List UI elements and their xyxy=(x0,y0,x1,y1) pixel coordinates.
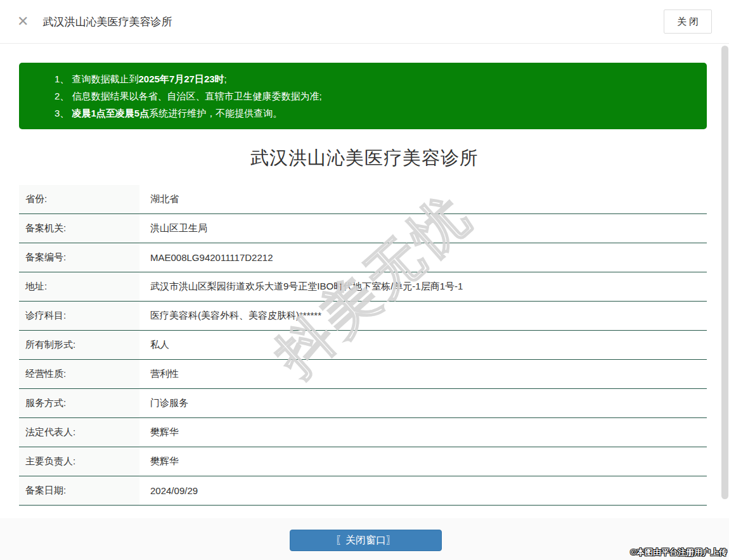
table-row: 省份:湖北省 xyxy=(19,185,707,214)
record-table: 省份:湖北省备案机关:洪山区卫生局备案编号:MAE008LG942011117D… xyxy=(19,185,707,506)
row-value: 樊辉华 xyxy=(139,418,179,447)
table-row: 诊疗科目:医疗美容科(美容外科、美容皮肤科)****** xyxy=(19,302,707,331)
table-row: 备案日期:2024/09/29 xyxy=(19,476,707,506)
notice-line-2: 2、 信息数据结果以各省、自治区、直辖市卫生健康委数据为准; xyxy=(55,87,694,105)
notice-line-3: 3、 凌晨1点至凌晨5点系统进行维护，不能提供查询。 xyxy=(55,105,694,122)
table-row: 地址:武汉市洪山区梨园街道欢乐大道9号正堂IBO时代地下室栋/单元-1层商1号-… xyxy=(19,272,707,302)
table-row: 备案机关:洪山区卫生局 xyxy=(19,214,707,243)
window-header: ✕ 武汉洪山沁美医疗美容诊所 关 闭 xyxy=(0,0,729,44)
notice-box: 1、 查询数据截止到2025年7月27日23时; 2、 信息数据结果以各省、自治… xyxy=(19,63,707,129)
row-value: 营利性 xyxy=(139,360,179,388)
close-window-button[interactable]: 〖关闭窗口〗 xyxy=(290,530,442,551)
row-label: 地址: xyxy=(19,272,139,301)
notice-line-3-bold: 凌晨1点至凌晨5点 xyxy=(72,108,150,118)
table-row: 法定代表人:樊辉华 xyxy=(19,418,707,447)
window-title: 武汉洪山沁美医疗美容诊所 xyxy=(42,15,172,29)
row-label: 法定代表人: xyxy=(19,418,139,447)
row-value: 医疗美容科(美容外科、美容皮肤科)****** xyxy=(139,302,321,330)
row-value: 私人 xyxy=(139,331,169,359)
row-value: 樊辉华 xyxy=(139,447,179,476)
row-label: 省份: xyxy=(19,185,139,213)
row-value: MAE008LG942011117D2212 xyxy=(139,243,273,272)
row-label: 服务方式: xyxy=(19,389,139,417)
table-row: 服务方式:门诊服务 xyxy=(19,389,707,418)
row-value: 湖北省 xyxy=(139,185,179,213)
record-title: 武汉洪山沁美医疗美容诊所 xyxy=(0,147,729,169)
copyright-text: ©本图由平台注册用户上传 xyxy=(630,547,727,558)
table-row: 主要负责人:樊辉华 xyxy=(19,447,707,476)
row-value: 武汉市洪山区梨园街道欢乐大道9号正堂IBO时代地下室栋/单元-1层商1号-1 xyxy=(139,272,463,301)
row-label: 经营性质: xyxy=(19,360,139,388)
close-x-icon[interactable]: ✕ xyxy=(17,15,29,29)
close-button[interactable]: 关 闭 xyxy=(664,10,712,34)
row-label: 诊疗科目: xyxy=(19,302,139,330)
notice-line-3-text: 3、 xyxy=(55,108,72,118)
row-value: 2024/09/29 xyxy=(139,476,198,505)
row-value: 门诊服务 xyxy=(139,389,188,417)
row-label: 备案编号: xyxy=(19,243,139,272)
scrollbar-thumb[interactable] xyxy=(721,46,728,499)
notice-line-1-suffix: ; xyxy=(224,73,227,84)
row-label: 主要负责人: xyxy=(19,447,139,476)
row-label: 备案机关: xyxy=(19,214,139,243)
footer-bar: 〖关闭窗口〗 xyxy=(0,518,729,560)
notice-line-2-text: 2、 信息数据结果以各省、自治区、直辖市卫生健康委数据为准; xyxy=(55,91,322,101)
notice-line-1-text: 1、 查询数据截止到 xyxy=(55,73,139,84)
table-row: 备案编号:MAE008LG942011117D2212 xyxy=(19,243,707,272)
notice-line-3-suffix: 系统进行维护，不能提供查询。 xyxy=(149,108,282,118)
row-value: 洪山区卫生局 xyxy=(139,214,207,243)
row-label: 所有制形式: xyxy=(19,331,139,359)
row-label: 备案日期: xyxy=(19,476,139,505)
table-row: 经营性质:营利性 xyxy=(19,360,707,389)
table-row: 所有制形式:私人 xyxy=(19,331,707,360)
notice-line-1: 1、 查询数据截止到2025年7月27日23时; xyxy=(55,70,694,87)
notice-line-1-bold: 2025年7月27日23时 xyxy=(139,73,224,84)
